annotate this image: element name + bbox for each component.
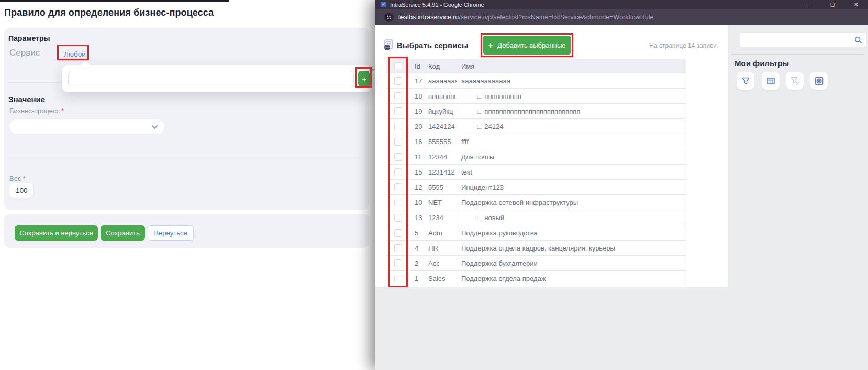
- window-controls: – ▢ ✕: [797, 0, 868, 9]
- window-title: IntraService 5.4.91 - Google Chrome: [390, 2, 484, 8]
- table-row[interactable]: 201424124∟ 24124: [386, 119, 686, 134]
- cell-code: 1234: [424, 210, 457, 225]
- cell-code: 555555: [424, 134, 457, 149]
- table-row[interactable]: 125555Инцидент123: [386, 180, 686, 195]
- browser-top-edge: [0, 0, 229, 2]
- business-process-dropdown[interactable]: [9, 119, 165, 135]
- service-search-input[interactable]: [68, 71, 354, 86]
- add-selected-button[interactable]: + Добавить выбранные: [483, 36, 571, 55]
- table-columns-icon: [766, 77, 775, 85]
- return-button[interactable]: Вернуться: [148, 225, 194, 241]
- tree-branch-icon: ∟: [461, 214, 484, 222]
- cell-id: 1: [410, 271, 424, 286]
- table-row[interactable]: 151231412test: [386, 165, 686, 180]
- url-path: /service.ivp/selectlist?msName=listServi…: [459, 14, 653, 21]
- row-checkbox[interactable]: [394, 229, 402, 237]
- row-checkbox[interactable]: [394, 275, 402, 282]
- row-checkbox[interactable]: [394, 199, 402, 206]
- cell-code: ппппппппп: [424, 89, 457, 104]
- minimize-button[interactable]: –: [797, 0, 821, 9]
- search-icon[interactable]: [854, 36, 862, 44]
- cell-id: 15: [410, 165, 424, 180]
- table-row[interactable]: 19йцкуйкц∟ пппппппппппппппппппппппппп: [386, 104, 686, 119]
- cell-id: 16: [410, 134, 424, 149]
- weight-label: Вес*: [9, 175, 25, 182]
- service-value-link[interactable]: Любой: [64, 50, 86, 60]
- row-checkbox[interactable]: [394, 153, 402, 161]
- table-header-row: Id Код Имя: [386, 59, 686, 73]
- table-row[interactable]: 1112344Для почты: [386, 149, 686, 165]
- my-filters-heading: Мои фильтры: [735, 59, 789, 68]
- close-icon: ✕: [371, 68, 375, 73]
- page-title: Правило для определения бизнес-процесса: [4, 7, 214, 18]
- table-row[interactable]: 16555555ffff: [386, 134, 686, 149]
- cell-code: Acc: [424, 256, 457, 271]
- cell-name: Поддержка отдела кадров, канцелярия, кур…: [457, 241, 686, 256]
- row-checkbox[interactable]: [394, 168, 402, 176]
- table-columns-button[interactable]: [762, 72, 780, 90]
- address-bar[interactable]: testbs.intraservice.ru/service.ivp/selec…: [375, 9, 868, 25]
- checkbox-cell: [386, 256, 410, 271]
- table-row[interactable]: 17аааааааааааааааааааааа: [386, 73, 686, 89]
- save-and-return-button[interactable]: Сохранить и вернуться: [15, 225, 98, 241]
- cell-name: Поддержка бухгалтерии: [457, 256, 686, 271]
- row-checkbox[interactable]: [394, 259, 402, 267]
- search-input[interactable]: [744, 35, 849, 45]
- row-checkbox[interactable]: [394, 92, 402, 100]
- cell-name: ffff: [457, 134, 686, 149]
- row-checkbox[interactable]: [394, 214, 402, 222]
- cell-id: 11: [410, 149, 424, 165]
- table-row[interactable]: 1SalesПоддержка отдела продаж: [386, 271, 686, 286]
- column-header-code[interactable]: Код: [424, 59, 457, 73]
- filter-clear-button[interactable]: [786, 72, 804, 90]
- save-button[interactable]: Сохранить: [101, 225, 145, 241]
- filter-funnel-button[interactable]: [737, 72, 754, 90]
- checkbox-cell: [386, 165, 410, 180]
- row-checkbox[interactable]: [394, 138, 402, 146]
- cell-name: Поддержка отдела продаж: [457, 271, 686, 286]
- checkbox-cell: [386, 225, 410, 241]
- params-section-heading: Параметры: [8, 34, 50, 42]
- column-header-name[interactable]: Имя: [457, 59, 686, 73]
- close-button[interactable]: ✕: [844, 0, 868, 9]
- site-settings-icon[interactable]: [384, 13, 394, 22]
- column-header-id[interactable]: Id: [410, 59, 424, 73]
- section-divider: [8, 159, 365, 159]
- checkbox-cell: [386, 89, 410, 104]
- table-row[interactable]: 5AdmПоддержка руководства: [386, 225, 686, 241]
- tree-branch-icon: ∟: [461, 123, 484, 130]
- table-row[interactable]: 10NETПоддержка сетевой инфраструктуры: [386, 195, 686, 210]
- form-actions-panel: Сохранить и вернуться Сохранить Вернутьс…: [4, 214, 369, 248]
- maximize-button[interactable]: ▢: [821, 0, 844, 9]
- cell-code: 1424124: [424, 119, 457, 134]
- business-process-label: Бизнес-процесс*: [9, 107, 64, 115]
- cell-id: 17: [410, 73, 424, 89]
- cell-name: Поддержка сетевой инфраструктуры: [457, 195, 686, 210]
- url-domain: testbs.intraservice.ru: [398, 14, 459, 21]
- table-row[interactable]: 18ппппппппп∟ пппппппппп: [386, 89, 686, 104]
- table-row[interactable]: 2AccПоддержка бухгалтерии: [386, 256, 686, 271]
- table-row[interactable]: 4HRПоддержка отдела кадров, канцелярия, …: [386, 241, 686, 256]
- cell-code: HR: [424, 241, 457, 256]
- cell-id: 5: [410, 225, 424, 241]
- window-titlebar: ✓ IntraService 5.4.91 - Google Chrome – …: [375, 0, 868, 9]
- sidebar-divider: [731, 54, 865, 55]
- excel-export-icon: [815, 77, 824, 85]
- row-checkbox[interactable]: [394, 183, 402, 191]
- row-checkbox[interactable]: [394, 107, 402, 115]
- row-checkbox[interactable]: [394, 123, 402, 130]
- weight-input[interactable]: [9, 183, 34, 198]
- cell-id: 2: [410, 256, 424, 271]
- services-table: Id Код Имя 17аааааааааааааааааааааа18ппп…: [386, 59, 686, 286]
- cell-name: Поддержка руководства: [457, 225, 686, 241]
- row-checkbox[interactable]: [394, 77, 402, 85]
- row-checkbox[interactable]: [394, 244, 402, 252]
- excel-export-button[interactable]: [810, 72, 828, 90]
- table-row[interactable]: 131234∟ новый: [386, 210, 686, 225]
- tree-branch-icon: ∟: [461, 107, 484, 115]
- cell-code: ааааааааа: [424, 73, 457, 89]
- funnel-clear-icon: [790, 76, 800, 86]
- select-all-checkbox[interactable]: [394, 62, 402, 70]
- dialog-content: Выбрать сервисы + Добавить выбранные На …: [375, 25, 868, 370]
- service-picker-popover: +: [62, 65, 372, 92]
